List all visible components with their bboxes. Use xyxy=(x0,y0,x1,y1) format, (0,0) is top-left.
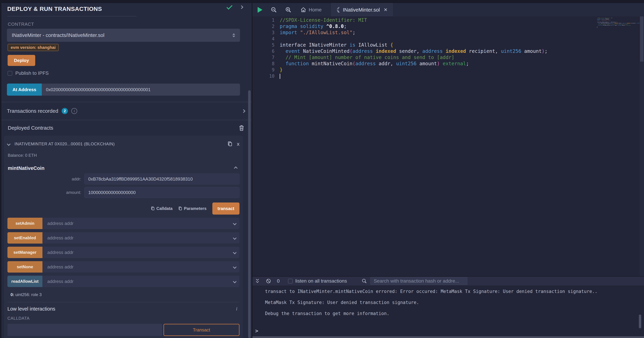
collapse-chevron-icon[interactable] xyxy=(7,142,10,146)
contract-label: CONTRACT xyxy=(8,22,252,27)
line-number-gutter: 12345678910 xyxy=(252,16,280,276)
setenabled-input[interactable] xyxy=(43,232,234,244)
title-underline xyxy=(7,16,136,16)
terminal-count: 0 xyxy=(277,278,280,284)
panel-scrollbar-thumb[interactable] xyxy=(248,90,251,338)
info-circle-icon: i xyxy=(71,108,77,114)
readallowlist-input[interactable] xyxy=(43,276,234,287)
calldata-link-label: Calldata xyxy=(156,206,172,211)
copy-icon xyxy=(151,206,155,211)
window-left-edge xyxy=(0,0,2,338)
addr-param-input[interactable] xyxy=(84,174,240,184)
calldata-section-label: CALLDATA xyxy=(8,316,240,321)
copy-parameters-button[interactable]: Parameters xyxy=(178,206,206,211)
info-icon: i xyxy=(236,306,238,311)
chevron-right-icon[interactable] xyxy=(242,109,245,113)
readallowlist-output: 0: uint256: role 3 xyxy=(8,292,240,297)
transactions-recorded-label: Transactions recorded xyxy=(7,108,58,114)
at-address-button[interactable]: At Address xyxy=(7,84,42,96)
terminal-log-line: MetaMask Tx Signature: User denied trans… xyxy=(265,297,644,308)
expand-chevron-icon[interactable] xyxy=(233,265,236,268)
search-icon xyxy=(362,278,367,284)
setnone-button[interactable]: setNone xyxy=(8,261,42,272)
terminal-log[interactable]: transact to INativeMinter.mintNativeCoin… xyxy=(252,286,644,338)
low-level-calldata-input[interactable] xyxy=(8,324,162,336)
low-level-transact-button[interactable]: Transact xyxy=(164,324,240,336)
check-icon xyxy=(226,4,232,10)
terminal-horizontal-scrollbar[interactable] xyxy=(252,336,644,338)
publish-ipfs-label: Publish to IPFS xyxy=(15,70,49,76)
expand-chevron-icon[interactable] xyxy=(233,280,236,283)
copy-icon[interactable] xyxy=(228,141,232,147)
code-editor[interactable]: 12345678910 //SPDX-License-Identifier: M… xyxy=(252,16,644,276)
deployed-contract-card: INATIVEMINTER AT 0X020...00001 (BLOCKCHA… xyxy=(4,136,243,338)
divider xyxy=(8,302,240,302)
addr-param-label: addr: xyxy=(8,176,84,182)
chevron-up-icon[interactable] xyxy=(234,166,238,170)
output-value: uint256: role 3 xyxy=(14,292,42,297)
publish-ipfs-checkbox[interactable] xyxy=(8,71,12,76)
minimap[interactable]: //SPDX-License-Identifier: MITpragma sol… xyxy=(597,18,638,28)
evm-version-badge: evm version: shanghai xyxy=(8,44,59,51)
run-icon[interactable] xyxy=(258,7,262,13)
solidity-logo-icon xyxy=(336,7,340,13)
setadmin-input[interactable] xyxy=(43,218,234,229)
deployed-contracts-title: Deployed Contracts xyxy=(8,125,53,131)
deploy-run-panel: DEPLOY & RUN TRANSACTIONS CONTRACT INati… xyxy=(0,0,252,338)
terminal-prompt[interactable]: > xyxy=(255,328,258,334)
editor-scrollbar[interactable] xyxy=(640,16,644,276)
copy-icon xyxy=(178,206,182,211)
amount-param-label: amount: xyxy=(8,190,84,195)
terminal-search-input[interactable] xyxy=(370,277,467,285)
close-icon[interactable]: x xyxy=(237,142,240,146)
setenabled-button[interactable]: setEnabled xyxy=(8,232,42,244)
listen-all-transactions-checkbox[interactable] xyxy=(288,279,293,284)
terminal-scrollbar-thumb[interactable] xyxy=(639,314,641,328)
terminal: 0 listen on all transactions transact to… xyxy=(252,276,644,338)
readallowlist-button[interactable]: readAllowList xyxy=(8,276,42,287)
setadmin-button[interactable]: setAdmin xyxy=(8,218,42,229)
setmanager-input[interactable] xyxy=(43,247,234,258)
contract-select-value: INativeMinter - contracts/INativeMinter.… xyxy=(12,32,232,38)
updown-arrows-icon xyxy=(232,33,235,37)
at-address-input[interactable] xyxy=(42,84,240,96)
balance-text: Balance: 0 ETH xyxy=(8,153,240,158)
function-name-heading: mintNativeCoin xyxy=(8,165,44,171)
terminal-log-line: transact to INativeMinter.mintNativeCoin… xyxy=(265,286,644,297)
copy-calldata-button[interactable]: Calldata xyxy=(151,206,172,211)
output-index: 0: xyxy=(10,292,14,297)
tab-file-label: INativeMinter.sol xyxy=(343,7,380,13)
window-top-strip xyxy=(0,0,644,3)
zoom-out-icon[interactable] xyxy=(271,7,277,13)
home-icon xyxy=(300,7,306,13)
trash-icon[interactable] xyxy=(239,125,244,131)
remix-ide-window: DEPLOY & RUN TRANSACTIONS CONTRACT INati… xyxy=(0,0,644,338)
tab-home-label: Home xyxy=(309,7,322,12)
editor-area: Home INativeMinter.sol ✕ 12345678910 //S… xyxy=(252,0,644,338)
listen-all-transactions-label: listen on all transactions xyxy=(296,278,347,284)
double-chevron-down-icon[interactable] xyxy=(255,278,260,284)
contract-select[interactable]: INativeMinter - contracts/INativeMinter.… xyxy=(7,29,240,42)
transactions-recorded-bar[interactable]: Transactions recorded 2 i xyxy=(0,102,252,120)
editor-scrollbar-thumb[interactable] xyxy=(640,16,644,62)
expand-chevron-icon[interactable] xyxy=(233,236,236,240)
terminal-toolbar: 0 listen on all transactions xyxy=(252,276,644,286)
tab-inativeminter[interactable]: INativeMinter.sol ✕ xyxy=(331,3,392,16)
transact-button[interactable]: transact xyxy=(212,202,240,214)
setmanager-button[interactable]: setManager xyxy=(8,247,42,258)
terminal-log-line: Debug the transaction to get more inform… xyxy=(265,308,644,319)
deploy-button[interactable]: Deploy xyxy=(8,55,35,66)
contract-instance-title: INATIVEMINTER AT 0X020...00001 (BLOCKCHA… xyxy=(14,142,223,146)
chevron-right-icon[interactable] xyxy=(240,5,243,9)
circle-slash-icon[interactable] xyxy=(266,278,271,284)
tab-close-icon[interactable]: ✕ xyxy=(384,7,388,12)
expand-chevron-icon[interactable] xyxy=(233,250,236,254)
tab-home[interactable]: Home xyxy=(300,7,322,13)
code-lines[interactable]: //SPDX-License-Identifier: MITpragma sol… xyxy=(280,16,644,276)
amount-param-input[interactable] xyxy=(84,187,240,198)
expand-chevron-icon[interactable] xyxy=(233,222,236,225)
zoom-in-icon[interactable] xyxy=(285,7,292,13)
low-level-title: Low level interactions xyxy=(8,306,55,312)
transactions-count-badge: 2 xyxy=(62,108,68,114)
setnone-input[interactable] xyxy=(43,261,234,272)
